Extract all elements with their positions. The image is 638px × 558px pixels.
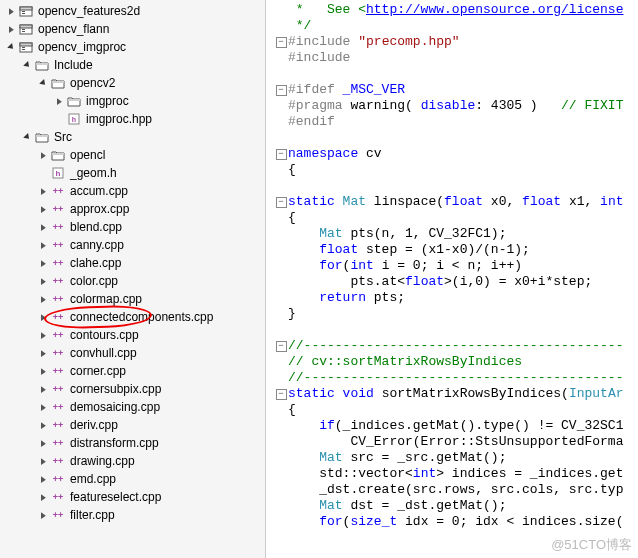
tree-item-contours-cpp[interactable]: contours.cpp bbox=[0, 326, 265, 344]
expander-icon[interactable] bbox=[36, 202, 50, 216]
tree-item-Src[interactable]: Src bbox=[0, 128, 265, 146]
fold-gutter[interactable]: − bbox=[274, 386, 288, 402]
fold-gutter[interactable]: − bbox=[274, 146, 288, 162]
expander-icon[interactable] bbox=[36, 346, 50, 360]
project-icon bbox=[18, 22, 34, 36]
tree-item-demosaicing-cpp[interactable]: demosaicing.cpp bbox=[0, 398, 265, 416]
fold-gutter bbox=[274, 402, 288, 418]
expander-icon[interactable] bbox=[36, 436, 50, 450]
tree-label: corner.cpp bbox=[70, 364, 126, 378]
svg-rect-7 bbox=[22, 31, 25, 32]
folder-icon bbox=[66, 94, 82, 108]
cpp-icon bbox=[50, 220, 66, 234]
tree-item-cornersubpix-cpp[interactable]: cornersubpix.cpp bbox=[0, 380, 265, 398]
fold-gutter[interactable]: − bbox=[274, 34, 288, 50]
tree-item-accum-cpp[interactable]: accum.cpp bbox=[0, 182, 265, 200]
fold-gutter[interactable]: − bbox=[274, 338, 288, 354]
fold-gutter bbox=[274, 322, 288, 338]
tree-item-emd-cpp[interactable]: emd.cpp bbox=[0, 470, 265, 488]
tree-item-opencv_features2d[interactable]: opencv_features2d bbox=[0, 2, 265, 20]
fold-gutter bbox=[274, 258, 288, 274]
tree-item-corner-cpp[interactable]: corner.cpp bbox=[0, 362, 265, 380]
cpp-icon bbox=[50, 256, 66, 270]
tree-item-featureselect-cpp[interactable]: featureselect.cpp bbox=[0, 488, 265, 506]
cpp-icon bbox=[50, 184, 66, 198]
expander-icon[interactable] bbox=[36, 364, 50, 378]
tree-item-clahe-cpp[interactable]: clahe.cpp bbox=[0, 254, 265, 272]
project-icon bbox=[18, 40, 34, 54]
tree-item-opencl[interactable]: opencl bbox=[0, 146, 265, 164]
tree-label: deriv.cpp bbox=[70, 418, 118, 432]
expander-icon[interactable] bbox=[36, 472, 50, 486]
expander-icon[interactable] bbox=[36, 508, 50, 522]
expander-icon[interactable] bbox=[4, 4, 18, 18]
tree-item-Include[interactable]: Include bbox=[0, 56, 265, 74]
expander-icon[interactable] bbox=[52, 94, 66, 108]
expander-icon[interactable] bbox=[36, 310, 50, 324]
tree-item-opencv2[interactable]: opencv2 bbox=[0, 74, 265, 92]
expander-icon[interactable] bbox=[36, 220, 50, 234]
cpp-icon bbox=[50, 472, 66, 486]
solution-explorer-tree[interactable]: opencv_features2dopencv_flannopencv_imgp… bbox=[0, 0, 266, 558]
fold-gutter bbox=[274, 226, 288, 242]
fold-gutter bbox=[274, 130, 288, 146]
tree-item-opencv_imgproc[interactable]: opencv_imgproc bbox=[0, 38, 265, 56]
tree-item-distransform-cpp[interactable]: distransform.cpp bbox=[0, 434, 265, 452]
folder-icon bbox=[50, 76, 66, 90]
expander-icon[interactable] bbox=[36, 454, 50, 468]
expander-icon[interactable] bbox=[36, 400, 50, 414]
expander-icon[interactable] bbox=[36, 274, 50, 288]
tree-item-imgproc-hpp[interactable]: himgproc.hpp bbox=[0, 110, 265, 128]
tree-item-imgproc[interactable]: imgproc bbox=[0, 92, 265, 110]
expander-icon[interactable] bbox=[36, 238, 50, 252]
tree-item-color-cpp[interactable]: color.cpp bbox=[0, 272, 265, 290]
expander-icon[interactable] bbox=[4, 22, 18, 36]
fold-gutter bbox=[274, 50, 288, 66]
svg-rect-11 bbox=[22, 49, 25, 50]
tree-item-approx-cpp[interactable]: approx.cpp bbox=[0, 200, 265, 218]
tree-label: opencv_flann bbox=[38, 22, 109, 36]
code-editor[interactable]: * See <http://www.opensource.org/license… bbox=[266, 0, 638, 558]
expander-icon[interactable] bbox=[36, 148, 50, 162]
tree-item-_geom-h[interactable]: h_geom.h bbox=[0, 164, 265, 182]
fold-gutter bbox=[274, 18, 288, 34]
expander-icon[interactable] bbox=[36, 256, 50, 270]
expander-icon[interactable] bbox=[20, 58, 34, 72]
tree-item-convhull-cpp[interactable]: convhull.cpp bbox=[0, 344, 265, 362]
expander-icon[interactable] bbox=[36, 418, 50, 432]
expander-icon[interactable] bbox=[36, 382, 50, 396]
tree-label: color.cpp bbox=[70, 274, 118, 288]
expander-icon[interactable] bbox=[36, 76, 50, 90]
fold-gutter bbox=[274, 418, 288, 434]
tree-item-colormap-cpp[interactable]: colormap.cpp bbox=[0, 290, 265, 308]
cpp-icon bbox=[50, 382, 66, 396]
tree-item-canny-cpp[interactable]: canny.cpp bbox=[0, 236, 265, 254]
expander-icon[interactable] bbox=[36, 328, 50, 342]
fold-gutter bbox=[274, 450, 288, 466]
cpp-icon bbox=[50, 454, 66, 468]
tree-item-deriv-cpp[interactable]: deriv.cpp bbox=[0, 416, 265, 434]
fold-gutter[interactable]: − bbox=[274, 82, 288, 98]
expander-icon[interactable] bbox=[36, 292, 50, 306]
fold-gutter bbox=[274, 114, 288, 130]
tree-item-opencv_flann[interactable]: opencv_flann bbox=[0, 20, 265, 38]
cpp-icon bbox=[50, 508, 66, 522]
fold-gutter[interactable]: − bbox=[274, 194, 288, 210]
tree-label: featureselect.cpp bbox=[70, 490, 161, 504]
tree-label: blend.cpp bbox=[70, 220, 122, 234]
fold-gutter bbox=[274, 290, 288, 306]
tree-item-connectedcomponents-cpp[interactable]: connectedcomponents.cpp bbox=[0, 308, 265, 326]
fold-gutter bbox=[274, 482, 288, 498]
tree-item-drawing-cpp[interactable]: drawing.cpp bbox=[0, 452, 265, 470]
tree-label: canny.cpp bbox=[70, 238, 124, 252]
expander-icon[interactable] bbox=[20, 130, 34, 144]
tree-label: demosaicing.cpp bbox=[70, 400, 160, 414]
tree-item-blend-cpp[interactable]: blend.cpp bbox=[0, 218, 265, 236]
expander-icon[interactable] bbox=[4, 40, 18, 54]
fold-gutter bbox=[274, 98, 288, 114]
expander-icon[interactable] bbox=[36, 184, 50, 198]
tree-label: contours.cpp bbox=[70, 328, 139, 342]
tree-item-filter-cpp[interactable]: filter.cpp bbox=[0, 506, 265, 524]
cpp-icon bbox=[50, 328, 66, 342]
expander-icon[interactable] bbox=[36, 490, 50, 504]
